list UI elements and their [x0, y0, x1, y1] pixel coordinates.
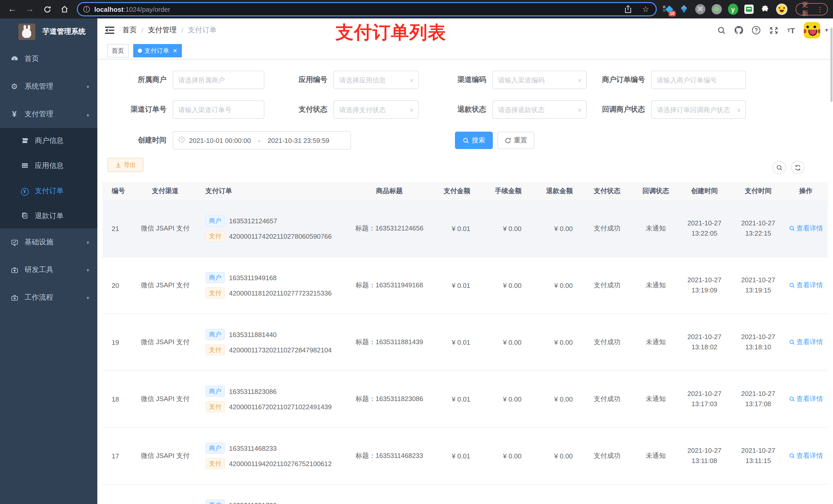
tag-home[interactable]: 首页	[107, 44, 128, 57]
view-detail-link[interactable]: 查看详情	[789, 394, 823, 404]
chrome-update-button[interactable]: 更新 ⋮	[795, 3, 828, 15]
share-icon[interactable]	[623, 4, 633, 14]
cell-notify-status: 未通知	[635, 451, 676, 460]
sidebar-item-label: 首页	[25, 54, 89, 64]
extension-command-icon[interactable]: ⌘	[695, 4, 705, 14]
cell-pay-status: 支付成功	[579, 281, 635, 290]
tag-label: 支付订单	[144, 46, 169, 55]
close-icon[interactable]: ✕	[173, 47, 177, 54]
export-button[interactable]: 导出	[108, 158, 143, 172]
refund-status-select[interactable]	[498, 106, 581, 114]
page-scrollbar[interactable]	[830, 28, 832, 102]
cell-notify-status: 未通知	[635, 338, 676, 347]
content: 所属商户 应用编号 ∨ 渠道编码 ∨ 商户订单编号 渠道订单号	[97, 59, 833, 504]
back-icon[interactable]: ←	[7, 4, 18, 14]
col-actions: 操作	[784, 187, 828, 196]
fullscreen-icon[interactable]	[769, 26, 778, 35]
col-create-time: 创建时间	[676, 187, 733, 196]
filter-label: 应用编号	[271, 75, 327, 85]
extension-y-icon[interactable]: y	[728, 4, 738, 14]
sidebar-logo[interactable]: 芋道管理系统	[0, 19, 97, 45]
font-size-icon[interactable]: TT	[786, 26, 795, 35]
update-label: 更新	[802, 1, 813, 18]
breadcrumb-home[interactable]: 首页	[122, 26, 137, 35]
bookmark-star-icon[interactable]: ☆	[640, 4, 651, 14]
search-button[interactable]: 搜索	[455, 131, 493, 149]
cell-title: 标题：1635311949168	[338, 281, 441, 290]
browser-menu-icon[interactable]: ⋮	[817, 5, 823, 13]
pay-status-select[interactable]	[339, 106, 413, 114]
filter-label: 渠道订单号	[110, 105, 166, 114]
toolbox-icon	[10, 266, 19, 274]
show-search-toggle-icon[interactable]	[772, 161, 786, 174]
col-fee: 手续金额	[476, 187, 528, 196]
view-detail-link[interactable]: 查看详情	[789, 281, 823, 290]
refresh-icon[interactable]	[791, 161, 804, 174]
merchant-input[interactable]	[178, 76, 259, 84]
channel-order-input[interactable]	[178, 106, 259, 114]
sidebar-item-app-info[interactable]: 应用信息	[0, 153, 97, 178]
breadcrumb-current: 支付订单	[188, 26, 217, 35]
extension-diamond-icon[interactable]: 10	[663, 4, 673, 14]
monitor-icon	[10, 238, 19, 246]
sidebar-item-pay-order[interactable]: ¥ 支付订单	[0, 178, 97, 203]
notify-status-select[interactable]	[657, 106, 740, 114]
filter-notify-status: 回调商户状态 ∨	[589, 100, 746, 119]
sidebar-item-refund-order[interactable]: 退款订单	[0, 203, 97, 229]
extension-chat-icon[interactable]	[744, 4, 754, 14]
sidebar-item-infra[interactable]: 基础设施 ▾	[0, 229, 97, 256]
view-detail-link[interactable]: 查看详情	[789, 451, 823, 460]
cell-pay-order: 商户 1635311351786 支付	[203, 495, 338, 504]
merchant-tag: 商户	[206, 329, 225, 340]
sidebar-fold-icon[interactable]	[105, 26, 114, 34]
cell-fee: ¥ 0.00	[476, 452, 528, 460]
sidebar-item-label: 基础设施	[25, 238, 87, 247]
pay-tag: 支付	[206, 231, 225, 242]
cell-actions: 查看详情	[784, 224, 828, 233]
date-separator: -	[255, 137, 263, 144]
home-icon[interactable]	[60, 4, 70, 14]
channel-code-select[interactable]	[498, 76, 581, 84]
table-body: 21 微信 JSAPI 支付 商户 1635312124657 支付 42000…	[102, 200, 828, 504]
cell-refund: ¥ 0.00	[528, 224, 579, 232]
chevron-down-icon: ∨	[410, 107, 413, 113]
sidebar-item-workflow[interactable]: 工作流程 ▾	[0, 284, 97, 311]
breadcrumb-pay[interactable]: 支付管理	[148, 26, 177, 35]
search-icon[interactable]	[717, 26, 726, 35]
reload-icon[interactable]	[42, 4, 52, 14]
date-range-picker[interactable]: 2021-10-01 00:00:00 - 2021-10-31 23:59:5…	[173, 131, 351, 149]
table-row: 21 微信 JSAPI 支付 商户 1635312124657 支付 42000…	[102, 200, 828, 257]
extension-record-icon[interactable]	[711, 4, 721, 14]
help-icon[interactable]	[752, 26, 761, 35]
merchant-tag: 商户	[206, 386, 225, 397]
extension-emoji-icon[interactable]	[777, 4, 787, 15]
cell-notify-status: 未通知	[635, 394, 676, 404]
merchant-order-no: 1635312124657	[229, 217, 277, 224]
url-bar[interactable]: localhost:1024/pay/order ☆	[77, 2, 657, 16]
sidebar-item-devtools[interactable]: 研发工具 ▾	[0, 256, 97, 284]
sidebar-item-system[interactable]: ⚙ 系统管理 ▾	[0, 73, 97, 100]
sidebar-item-merchant-info[interactable]: 商户信息	[0, 128, 97, 153]
cell-pay-status: 支付成功	[579, 451, 635, 460]
extensions-puzzle-icon[interactable]	[760, 4, 770, 14]
merchant-order-input[interactable]	[657, 76, 740, 84]
github-icon[interactable]	[734, 26, 743, 35]
app-select[interactable]	[339, 76, 413, 84]
avatar-caret-icon[interactable]: ▼	[824, 28, 829, 33]
sidebar-item-home[interactable]: 首页	[0, 45, 97, 73]
magnifier-icon	[789, 453, 795, 459]
reset-button[interactable]: 重置	[497, 131, 534, 149]
cell-refund: ¥ 0.00	[528, 338, 579, 346]
tag-pay-order[interactable]: 支付订单 ✕	[133, 44, 182, 57]
forward-icon[interactable]: →	[25, 4, 35, 14]
extension-gem-icon[interactable]	[679, 4, 689, 14]
sidebar-item-pay[interactable]: ¥ 支付管理 ▴	[0, 100, 97, 128]
user-avatar[interactable]	[804, 22, 820, 39]
view-detail-link[interactable]: 查看详情	[789, 224, 823, 233]
channel-pay-no: 4200001194202110276752100612	[229, 460, 332, 467]
view-detail-link[interactable]: 查看详情	[789, 338, 823, 347]
cell-title: 标题：1635311823086	[338, 394, 441, 404]
merchant-tag: 商户	[206, 215, 225, 226]
cell-channel: 微信 JSAPI 支付	[128, 394, 203, 404]
site-info-icon[interactable]	[83, 6, 90, 13]
